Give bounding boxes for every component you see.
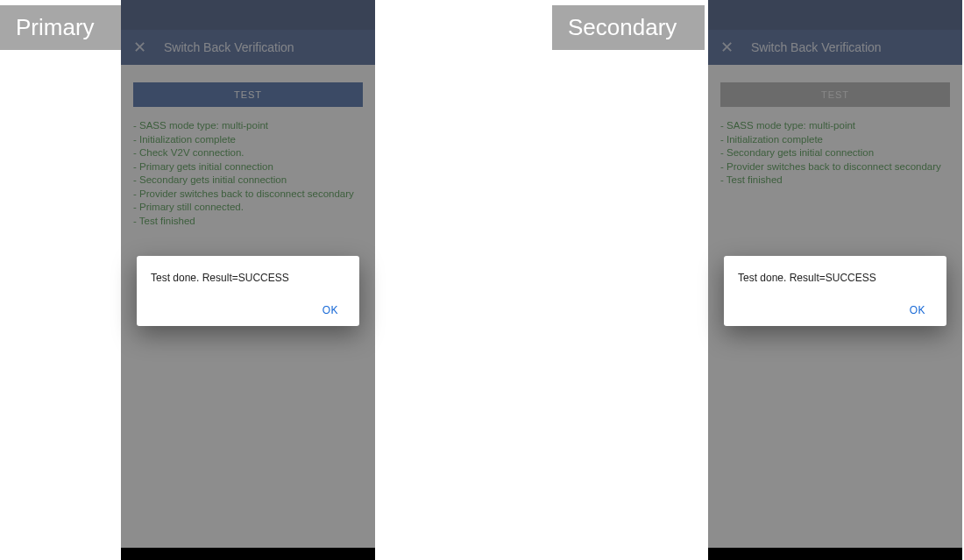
phone-primary: ✕ Switch Back Verification TEST - SASS m… — [121, 0, 375, 560]
dialog-text: Test done. Result=SUCCESS — [738, 272, 932, 284]
dialog-ok-button[interactable]: OK — [903, 301, 932, 320]
result-dialog: Test done. Result=SUCCESS OK — [724, 256, 946, 326]
modal-overlay: Test done. Result=SUCCESS OK — [708, 0, 962, 560]
modal-overlay: Test done. Result=SUCCESS OK — [121, 0, 375, 560]
label-primary: Primary — [0, 5, 121, 50]
dialog-text: Test done. Result=SUCCESS — [151, 272, 345, 284]
result-dialog: Test done. Result=SUCCESS OK — [137, 256, 359, 326]
nav-bar — [121, 548, 375, 560]
label-secondary: Secondary — [552, 5, 705, 50]
nav-bar — [708, 548, 962, 560]
dialog-ok-button[interactable]: OK — [315, 301, 345, 320]
phone-secondary: ✕ Switch Back Verification TEST - SASS m… — [708, 0, 962, 560]
